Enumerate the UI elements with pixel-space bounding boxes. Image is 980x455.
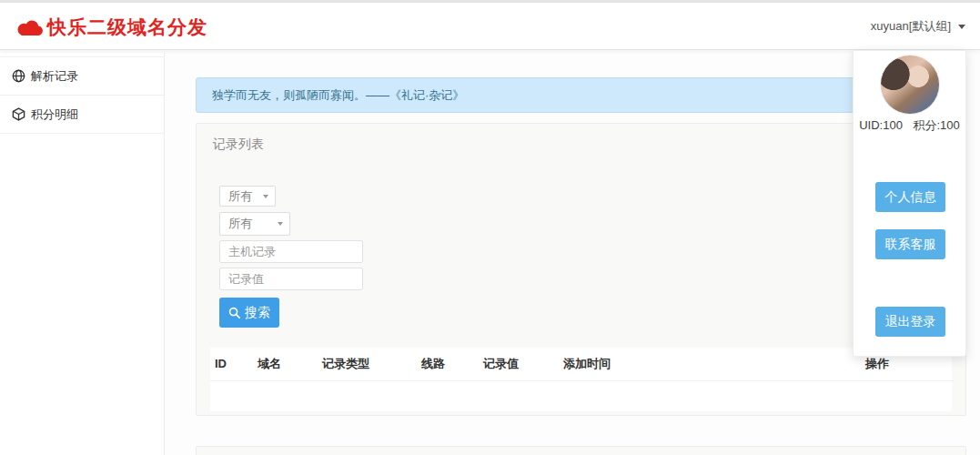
brand-title: 快乐二级域名分发 xyxy=(47,15,207,40)
user-menu-label: xuyuan[默认组] xyxy=(871,18,951,35)
search-button[interactable]: 搜索 xyxy=(219,298,279,328)
records-table: ID 域名 记录类型 线路 记录值 添加时间 操作 xyxy=(210,348,954,410)
record-type-select[interactable]: 所有 xyxy=(219,212,290,236)
top-header: 快乐二级域名分发 xuyuan[默认组] xyxy=(0,0,980,50)
globe-icon xyxy=(12,69,25,83)
records-table-container: ID 域名 记录类型 线路 记录值 添加时间 操作 xyxy=(210,348,952,411)
table-empty-row xyxy=(210,380,954,410)
line-select[interactable]: 所有 xyxy=(219,186,276,207)
col-domain: 域名 xyxy=(253,348,318,380)
sidebar: 解析记录 积分明细 xyxy=(0,53,165,455)
app-window: 快乐二级域名分发 xuyuan[默认组] 解析记录 积分明 xyxy=(0,0,980,455)
uid-value: UID:100 xyxy=(859,118,903,132)
col-record-value: 记录值 xyxy=(479,348,559,380)
next-section-card xyxy=(196,446,966,455)
user-stats: UID:100 积分:100 xyxy=(854,117,965,134)
sidebar-item-points-detail[interactable]: 积分明细 xyxy=(0,96,164,134)
chevron-down-icon xyxy=(263,195,268,198)
sidebar-nav: 解析记录 积分明细 xyxy=(0,56,164,134)
record-list-card: 记录列表 所有 所有 搜索 xyxy=(196,123,966,416)
points-value: 积分:100 xyxy=(914,118,960,132)
sidebar-item-label: 解析记录 xyxy=(31,68,78,85)
user-menu-toggle[interactable]: xuyuan[默认组] xyxy=(871,3,965,50)
chevron-down-icon xyxy=(958,25,965,29)
search-button-label: 搜索 xyxy=(245,305,270,321)
sidebar-item-dns-records[interactable]: 解析记录 xyxy=(0,57,164,96)
record-value-input[interactable] xyxy=(219,268,363,290)
col-add-time: 添加时间 xyxy=(559,348,861,380)
col-line: 线路 xyxy=(417,348,479,380)
col-id: ID xyxy=(210,348,253,380)
cube-icon xyxy=(12,107,25,121)
sidebar-item-label: 积分明细 xyxy=(31,106,78,123)
logout-button[interactable]: 退出登录 xyxy=(875,307,945,337)
profile-button[interactable]: 个人信息 xyxy=(875,182,945,212)
card-title: 记录列表 xyxy=(197,124,965,153)
record-type-select-value: 所有 xyxy=(228,216,252,232)
quote-text: 独学而无友，则孤陋而寡闻。——《礼记·杂记》 xyxy=(212,87,464,104)
host-record-input[interactable] xyxy=(219,240,363,263)
brand-logo[interactable]: 快乐二级域名分发 xyxy=(16,15,207,40)
col-record-type: 记录类型 xyxy=(318,348,417,380)
user-dropdown-panel: UID:100 积分:100 个人信息 联系客服 退出登录 xyxy=(853,50,966,357)
quote-alert: 独学而无友，则孤陋而寡闻。——《礼记·杂记》 xyxy=(196,77,966,113)
cloud-icon xyxy=(16,17,44,37)
contact-support-button[interactable]: 联系客服 xyxy=(875,229,945,259)
user-avatar xyxy=(880,55,940,115)
table-header-row: ID 域名 记录类型 线路 记录值 添加时间 操作 xyxy=(210,348,954,380)
search-icon xyxy=(228,307,240,318)
chevron-down-icon xyxy=(278,222,283,226)
line-select-value: 所有 xyxy=(228,188,252,205)
